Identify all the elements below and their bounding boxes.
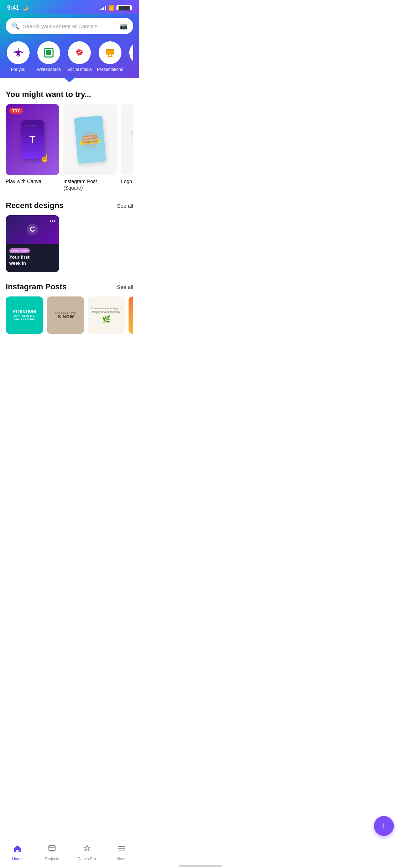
try-card-play[interactable]: TRY · · · · · · T ☝ Play with Canva bbox=[6, 104, 59, 191]
cursor-icon: ☝ bbox=[40, 154, 50, 163]
bump-arrow bbox=[64, 77, 75, 82]
header-section: 🔍 Search your content or Canva's 📷 For y… bbox=[0, 14, 139, 78]
instagram-post-dont-waste[interactable]: Don't waste your energy on things you ca… bbox=[88, 296, 125, 334]
try-title: You might want to try... bbox=[6, 90, 91, 99]
recent-title: Recent designs bbox=[6, 201, 64, 210]
category-whiteboards-label: Whiteboards bbox=[37, 67, 61, 72]
battery-icon: ████ bbox=[116, 5, 132, 10]
ghost-tooltip-circle bbox=[81, 131, 99, 149]
leaf-decoration: 🌿 bbox=[102, 315, 111, 324]
recent-design-card[interactable]: ••• C Learn & Play Your firstweek in bbox=[6, 215, 59, 272]
category-presentations[interactable]: Presentations bbox=[98, 41, 123, 72]
status-icons: 📶 ████ bbox=[100, 5, 132, 11]
phone-letter: T bbox=[29, 134, 35, 145]
try-card-play-image: TRY · · · · · · T ☝ bbox=[6, 104, 59, 175]
category-whiteboards-circle bbox=[37, 41, 60, 64]
dot-line-decoration: · · · · · · bbox=[25, 124, 36, 128]
try-badge: TRY bbox=[9, 108, 23, 114]
card-play-bg: · · · · · · T ☝ bbox=[6, 104, 59, 175]
attention-content: ATTENTION! DON'T READ THE SMALL LETTERS bbox=[13, 309, 36, 321]
try-card-logo-label: Logo bbox=[121, 179, 132, 184]
three-dots-menu[interactable]: ••• bbox=[50, 218, 56, 224]
category-video[interactable]: Video bbox=[128, 41, 133, 72]
moon-icon: 🌙 bbox=[22, 5, 28, 11]
svg-point-1 bbox=[17, 51, 20, 54]
main-content: You might want to try... TRY · · · · · ·… bbox=[0, 84, 139, 362]
learn-play-badge: Learn & Play bbox=[9, 248, 30, 253]
try-card-instagram-label: Instagram Post (Square) bbox=[63, 179, 97, 191]
try-card-play-label: Play with Canva bbox=[6, 179, 41, 184]
recent-see-all[interactable]: See all bbox=[117, 203, 133, 209]
instagram-post-is-now[interactable]: THE ONLY TIME IS NOW bbox=[47, 296, 84, 334]
category-presentations-circle bbox=[99, 41, 121, 64]
svg-rect-3 bbox=[46, 50, 51, 55]
the-only-time-text: THE ONLY TIME bbox=[54, 311, 76, 314]
card-play-inner: · · · · · · T ☝ bbox=[21, 120, 44, 159]
recent-cards-list: ••• C Learn & Play Your firstweek in bbox=[6, 215, 133, 272]
svg-text:C: C bbox=[30, 225, 35, 233]
recent-card-title: Your firstweek in bbox=[9, 254, 56, 267]
recent-section-header: Recent designs See all bbox=[6, 201, 133, 210]
instagram-posts-grid: ATTENTION! DON'T READ THE SMALL LETTERS … bbox=[6, 296, 133, 334]
search-bar[interactable]: 🔍 Search your content or Canva's 📷 bbox=[6, 18, 133, 34]
recent-card-info: Learn & Play Your firstweek in bbox=[6, 244, 59, 269]
svg-rect-5 bbox=[106, 49, 114, 50]
logo-mockup: YOURBRAND bbox=[132, 127, 133, 153]
category-for-you-label: For you bbox=[11, 67, 26, 72]
category-for-you[interactable]: For you bbox=[6, 41, 31, 72]
category-social-media[interactable]: Social media bbox=[67, 41, 92, 72]
try-section-header: You might want to try... bbox=[6, 90, 133, 99]
search-placeholder[interactable]: Search your content or Canva's bbox=[23, 23, 116, 29]
instagram-post-attention[interactable]: ATTENTION! DON'T READ THE SMALL LETTERS bbox=[6, 296, 43, 334]
instagram-section-header: Instagram Posts See all bbox=[6, 282, 133, 291]
dont-waste-text: Don't waste your energy on things you ca… bbox=[90, 307, 122, 313]
camera-icon[interactable]: 📷 bbox=[120, 22, 127, 30]
try-card-logo[interactable]: YOURBRAND Logo bbox=[121, 104, 133, 191]
try-cards-list: TRY · · · · · · T ☝ Play with Canva bbox=[6, 104, 133, 191]
category-list: For you Whiteboards Social media bbox=[6, 41, 133, 78]
status-time: 9:41 🌙 bbox=[7, 4, 28, 11]
instagram-section-title: Instagram Posts bbox=[6, 282, 67, 291]
try-card-instagram[interactable]: PERFECT YOUR POST Instagram Post (Square… bbox=[63, 104, 117, 191]
category-social-media-circle bbox=[68, 41, 91, 64]
canva-logo-decoration: C bbox=[25, 222, 40, 237]
category-video-circle bbox=[129, 41, 133, 64]
try-card-logo-image: YOURBRAND bbox=[121, 104, 133, 175]
search-icon: 🔍 bbox=[11, 22, 19, 30]
wifi-icon: 📶 bbox=[108, 5, 114, 11]
category-for-you-circle bbox=[7, 41, 30, 64]
section-divider bbox=[0, 78, 139, 84]
is-now-text: IS NOW bbox=[57, 314, 74, 319]
instagram-post-gradient[interactable]: ● bbox=[129, 296, 133, 334]
signal-icon bbox=[100, 5, 106, 10]
category-social-media-label: Social media bbox=[67, 67, 92, 72]
instagram-see-all[interactable]: See all bbox=[117, 284, 133, 290]
card-logo-bg: YOURBRAND bbox=[121, 104, 133, 175]
status-bar: 9:41 🌙 📶 ████ bbox=[0, 0, 139, 14]
try-card-instagram-image: PERFECT YOUR POST bbox=[63, 104, 117, 175]
category-whiteboards[interactable]: Whiteboards bbox=[36, 41, 61, 72]
category-presentations-label: Presentations bbox=[97, 67, 123, 72]
